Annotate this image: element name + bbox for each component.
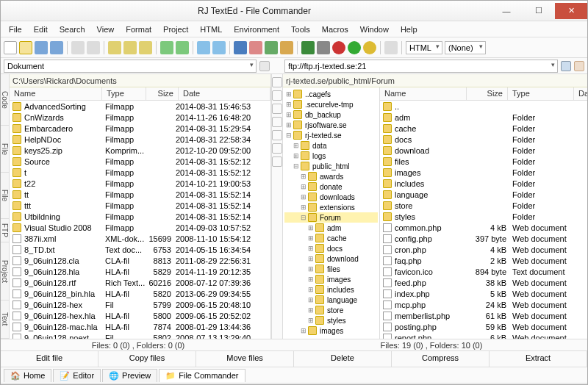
menu-file[interactable]: File — [4, 24, 27, 35]
maximize-button[interactable]: ☐ — [523, 3, 555, 19]
browser-icon[interactable] — [234, 41, 247, 54]
tool3-icon[interactable] — [272, 104, 282, 114]
save-icon[interactable] — [35, 41, 48, 54]
file-row[interactable]: 9_06uin128-mac.hlaHLA-fil78742008-01-29 … — [10, 321, 270, 332]
tree-node[interactable]: ⊞adm — [284, 223, 378, 233]
menu-environment[interactable]: Environment — [229, 24, 284, 35]
file-row[interactable]: index.php5 kBWeb document — [380, 288, 588, 299]
menu-search[interactable]: Search — [54, 24, 90, 35]
file-row[interactable]: common.php4 kBWeb document — [380, 222, 588, 233]
file-row[interactable]: filesFolder — [380, 156, 588, 167]
col-size[interactable]: Size — [146, 87, 179, 100]
menu-tools[interactable]: Tools — [286, 24, 315, 35]
right-path[interactable]: rj-texted.se/public_html/Forum — [283, 74, 588, 87]
file-row[interactable]: feed.php38 kBWeb document — [380, 277, 588, 288]
stop2-icon[interactable] — [317, 41, 330, 54]
tree-node[interactable]: ⊞images — [284, 274, 378, 284]
rcol-size[interactable]: Size — [467, 87, 508, 100]
tree-node[interactable]: ⊟Forum — [284, 212, 378, 223]
replace-icon[interactable] — [212, 41, 226, 54]
tool4-icon[interactable] — [272, 117, 282, 127]
menu-window[interactable]: Window — [355, 24, 394, 35]
file-row[interactable]: includesFolder — [380, 178, 588, 189]
file-row[interactable]: t22Filmapp2014-10-21 19:00:53 — [10, 178, 270, 189]
right-nav-icon[interactable] — [561, 61, 571, 71]
file-row[interactable]: languageFolder — [380, 189, 588, 200]
copy-icon[interactable] — [123, 41, 137, 54]
file-row[interactable]: stylesFolder — [380, 211, 588, 222]
home-icon[interactable] — [280, 41, 293, 54]
rcol-name[interactable]: Name — [380, 87, 467, 100]
tree-node[interactable]: ⊞.securelve-tmp — [284, 99, 378, 109]
tool5-icon[interactable] — [272, 130, 282, 140]
rcol-date[interactable]: Date — [574, 87, 588, 100]
file-row[interactable]: posting.php59 kBWeb document — [380, 321, 588, 332]
tab-home[interactable]: 🏠Home — [4, 369, 51, 382]
stop-icon[interactable] — [249, 41, 262, 54]
file-row[interactable]: 9_06uin128_bin.hlaHLA-fil58202013-06-29 … — [10, 288, 270, 299]
tab-preview[interactable]: 🌐Preview — [102, 369, 157, 382]
file-row[interactable]: tFilmapp2014-08-31 15:52:12 — [10, 167, 270, 178]
encoding-dropdown[interactable]: (None) — [445, 41, 486, 54]
col-type[interactable]: Type — [102, 87, 146, 100]
menu-macros[interactable]: Macros — [317, 24, 354, 35]
file-row[interactable]: admFolder — [380, 112, 588, 123]
tree-node[interactable]: ⊞donate — [284, 181, 378, 192]
vtab-ftp[interactable]: FTP — [1, 219, 9, 242]
file-row[interactable]: HelpNDocFilmapp2014-08-31 22:58:34 — [10, 134, 270, 145]
language-dropdown[interactable]: HTML — [406, 41, 442, 54]
tree-node[interactable]: ⊞downloads — [284, 192, 378, 202]
right-ftp-combo[interactable]: ftp://ftp.rj-texted.se:21 — [284, 60, 558, 73]
tree-node[interactable]: ⊞extensions — [284, 202, 378, 212]
file-row[interactable]: memberlist.php61 kBWeb document — [380, 310, 588, 321]
menu-edit[interactable]: Edit — [29, 24, 53, 35]
tool7-icon[interactable] — [272, 156, 282, 167]
left-drive-combo[interactable]: Dokument — [4, 60, 257, 73]
vtab-text-clips[interactable]: Text Clips — [1, 301, 9, 339]
file-row[interactable]: EmbarcaderoFilmapp2014-08-31 15:29:54 — [10, 123, 270, 134]
paste-icon[interactable] — [139, 41, 152, 54]
file-row[interactable]: imagesFolder — [380, 167, 588, 178]
tree-node[interactable]: ⊞download — [284, 253, 378, 264]
refresh-icon[interactable] — [265, 41, 278, 54]
file-row[interactable]: 9_06uin128.hlaHLA-fil58292014-11-19 20:1… — [10, 266, 270, 277]
file-row[interactable]: CnWizardsFilmapp2014-11-26 16:48:20 — [10, 112, 270, 123]
col-name[interactable]: Name — [10, 87, 102, 100]
tree-node[interactable]: ⊞cache — [284, 233, 378, 243]
save-all-icon[interactable] — [50, 41, 63, 54]
menu-help[interactable]: Help — [395, 24, 423, 35]
close-button[interactable]: ✕ — [555, 3, 587, 19]
file-row[interactable]: config.php397 byteWeb document — [380, 233, 588, 244]
file-row[interactable]: downloadFolder — [380, 145, 588, 156]
preview-icon[interactable] — [87, 41, 100, 54]
file-row[interactable]: mcp.php24 kBWeb document — [380, 299, 588, 310]
status-green-icon[interactable] — [348, 41, 361, 54]
doc-icon[interactable] — [384, 41, 398, 54]
left-nav-icon[interactable] — [259, 61, 270, 71]
file-row[interactable]: SourceFilmapp2014-08-31 15:52:12 — [10, 156, 270, 167]
col-date[interactable]: Date — [179, 87, 270, 100]
menu-format[interactable]: Format — [121, 24, 157, 35]
tree-node[interactable]: ⊞..cagefs — [284, 89, 378, 99]
tool6-icon[interactable] — [272, 143, 282, 154]
tree-node[interactable]: ⊞store — [284, 305, 378, 315]
file-row[interactable]: tttFilmapp2014-08-31 15:52:14 — [10, 200, 270, 211]
vtab-file-explorer[interactable]: File Explorer — [1, 126, 9, 172]
action-copy-files[interactable]: Copy files — [98, 351, 196, 367]
vtab-file-explorer[interactable]: File Explorer — [1, 173, 9, 219]
tree-node[interactable]: ⊞images — [284, 325, 378, 336]
vtab-code-explorer[interactable]: Code Explorer — [1, 74, 9, 126]
tab-file-commander[interactable]: 📁File Commander — [159, 369, 245, 382]
left-path[interactable]: C:\Users\Rickard\Documents — [10, 74, 270, 87]
action-move-files[interactable]: Move files — [196, 351, 294, 367]
tree-node[interactable]: ⊟public_html — [284, 161, 378, 171]
menu-project[interactable]: Project — [158, 24, 193, 35]
action-delete[interactable]: Delete — [294, 351, 392, 367]
tree-node[interactable]: ⊞files — [284, 264, 378, 274]
find-icon[interactable] — [197, 41, 210, 54]
file-row[interactable]: 9_06uin128.claCLA-fil88132011-08-29 22:5… — [10, 255, 270, 266]
file-row[interactable]: 9_06uin128-noextFil58022008-07-13 13:29:… — [10, 332, 270, 339]
file-row[interactable]: cacheFolder — [380, 123, 588, 134]
tree-node[interactable]: ⊟rj-texted.se — [284, 130, 378, 140]
right-refresh-icon[interactable] — [574, 61, 584, 71]
